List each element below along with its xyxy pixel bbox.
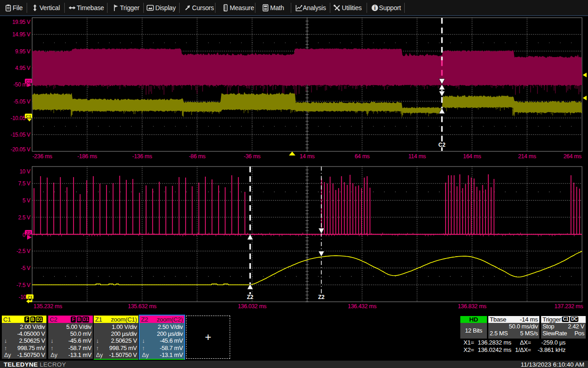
svg-text:-186 ms: -186 ms [77,153,97,160]
svg-text:4.95 V: 4.95 V [15,65,30,71]
svg-text:214 ms: 214 ms [518,153,536,160]
svg-text:C1: C1 [26,114,32,119]
svg-text:14 ms: 14 ms [300,153,315,160]
svg-text:-15.05 V: -15.05 V [11,132,30,138]
svg-text:C2: C2 [26,79,31,84]
svg-text:135.232 ms: 135.232 ms [34,303,62,310]
svg-text:136.032 ms: 136.032 ms [238,303,266,310]
svg-text:136.832 ms: 136.832 ms [458,303,486,310]
svg-text:-136 ms: -136 ms [132,153,152,160]
svg-text:114 ms: 114 ms [408,153,426,160]
svg-text:-36 ms: -36 ms [244,153,260,160]
svg-text:-86 ms: -86 ms [189,153,205,160]
svg-text:Z2: Z2 [26,230,31,235]
svg-text:19.95 V: 19.95 V [12,19,31,25]
svg-text:64 ms: 64 ms [355,153,370,160]
svg-text:-20.05 V: -20.05 V [11,146,30,153]
svg-text:-2.5 V: -2.5 V [17,248,31,254]
svg-text:-10: -10 [19,294,27,300]
svg-text:9.95 V: 9.95 V [15,48,30,55]
svg-text:10 V: 10 V [20,168,31,175]
svg-text:-7.5 V: -7.5 V [17,282,31,288]
svg-text:14.95 V: 14.95 V [12,31,31,38]
svg-text:Z2: Z2 [247,294,253,300]
svg-text:135.632 ms: 135.632 ms [128,303,156,310]
svg-text:5 V: 5 V [23,197,30,204]
svg-text:2.5 V: 2.5 V [18,214,30,221]
svg-text:C2: C2 [438,142,446,148]
svg-text:164 ms: 164 ms [463,153,481,160]
svg-text:-5 V: -5 V [21,265,30,271]
svg-text:136.432 ms: 136.432 ms [348,303,376,310]
svg-text:Z1: Z1 [27,294,33,299]
svg-text:137.232 ms: 137.232 ms [554,303,583,310]
svg-text:-5.05 V: -5.05 V [13,98,30,105]
svg-text:264 ms: 264 ms [563,153,581,160]
svg-text:-236 ms: -236 ms [32,153,52,160]
svg-text:Z2: Z2 [318,294,324,300]
svg-text:7.5 V: 7.5 V [18,180,30,187]
